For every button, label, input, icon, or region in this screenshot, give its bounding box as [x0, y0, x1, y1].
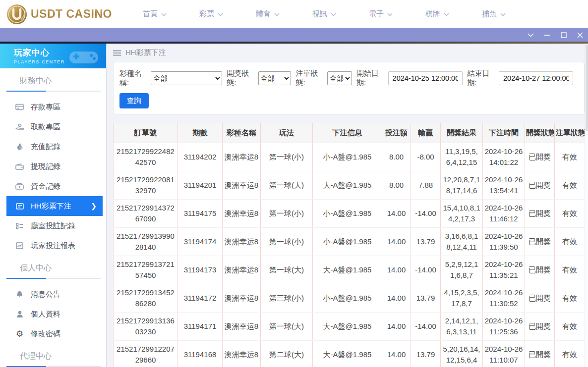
cell-lottery-name: 澳洲幸运8	[223, 228, 261, 256]
filter-panel: 彩種名稱: 全部 開獎狀態: 全部 注單狀態: 全部 開始日期: 結束日期:	[113, 62, 585, 114]
nav-item[interactable]: 彩票	[199, 9, 223, 19]
table-row[interactable]: 2152172991313603230 31194171 澳洲幸运8 第一球(大…	[114, 313, 585, 341]
logo[interactable]: USDT CASINO	[6, 3, 112, 25]
nav-item[interactable]: 體育	[256, 9, 280, 19]
sidebar-item-hh-lottery-bets[interactable]: HH彩票下注 ❯	[6, 196, 103, 216]
vertical-scrollbar[interactable]	[585, 44, 588, 367]
nav-item[interactable]: 棋牌	[425, 9, 449, 19]
cell-lottery-name: 澳洲幸运8	[223, 171, 261, 200]
sidebar-item-profile[interactable]: 個人資料	[6, 304, 103, 324]
purse-icon	[15, 183, 24, 190]
cell-order-id: 2152172991345286280	[114, 284, 178, 313]
draw-status-select[interactable]: 全部	[258, 71, 292, 85]
close-button[interactable]	[572, 28, 588, 42]
bet-status-label: 注單狀態:	[295, 69, 325, 88]
cell-bet-time: 2024-10-26 13:54:41	[483, 171, 525, 200]
cell-bet-amount: 14.00	[382, 256, 411, 284]
cell-period: 31194171	[178, 313, 223, 341]
hamburger-icon[interactable]	[113, 50, 121, 56]
sidebar-item-label: 提現記錄	[31, 162, 60, 171]
collapse-button[interactable]	[523, 28, 539, 42]
cell-draw-status: 已開獎	[525, 341, 555, 367]
start-date-input[interactable]	[388, 71, 463, 85]
sidebar-item-deposit[interactable]: 存款專區	[6, 97, 103, 117]
table-row[interactable]: 2152172991437267090 31194175 澳洲幸运8 第一球(小…	[114, 200, 585, 228]
table-header-cell: 注單狀態	[555, 123, 585, 143]
cell-draw-result: 15,4,10,8,14,2,17,3	[441, 200, 483, 228]
table-row[interactable]: 2152172991372157450 31194173 澳洲幸运8 第一球(大…	[114, 256, 585, 284]
chevron-down-icon	[444, 13, 449, 16]
sidebar-item-room-bet-records[interactable]: 廳室投註記錄	[6, 216, 103, 236]
sidebar-item-change-password[interactable]: ⚙ 修改密碼	[6, 324, 103, 344]
page-title: HH彩票下注	[125, 48, 166, 57]
sidebar-item-withdraw-records[interactable]: 提現記錄	[6, 157, 103, 176]
nav-item[interactable]: 捕魚	[482, 9, 506, 19]
sidebar-item-recharge-records[interactable]: 充值記錄	[6, 137, 103, 157]
cell-order-id: 2152172992248242570	[114, 143, 178, 171]
chevron-down-icon	[528, 33, 534, 37]
cell-bet-time: 2024-10-26 11:39:50	[483, 228, 525, 256]
sidebar-item-withdraw[interactable]: 取款專區	[6, 117, 103, 137]
minimize-button[interactable]	[539, 28, 555, 42]
cell-draw-result: 5,2,9,12,11,6,8,7	[441, 256, 483, 284]
chevron-right-icon: ❯	[91, 202, 97, 210]
cell-win-loss: -14.00	[411, 256, 441, 284]
draw-status-label: 開獎狀態:	[227, 69, 256, 88]
gear-icon: ⚙	[15, 330, 24, 338]
table-header-cell: 下注信息	[313, 123, 382, 143]
cell-play-type: 第一球(小)	[261, 143, 313, 171]
maximize-button[interactable]	[555, 28, 572, 42]
nav-item[interactable]: 首頁	[143, 9, 167, 19]
nav-item[interactable]: 電子	[369, 9, 393, 19]
table-row[interactable]: 2152172992248242570 31194202 澳洲幸运8 第一球(小…	[114, 143, 585, 171]
lottery-name-label: 彩種名稱:	[119, 69, 149, 88]
sidebar-item-player-bet-report[interactable]: 玩家投注報表	[6, 236, 103, 256]
table-header-cell: 玩法	[261, 123, 313, 143]
table-header-cell: 期數	[178, 123, 223, 143]
table-row[interactable]: 2152172991220729660 31194168 澳洲幸运8 第二球(大…	[114, 341, 585, 367]
chevron-down-icon	[331, 13, 336, 16]
sidebar-item-label: 個人資料	[31, 310, 60, 319]
cell-bet-amount: 8.00	[382, 143, 411, 171]
sidebar-item-fund-records[interactable]: 資金記錄	[6, 176, 103, 196]
nav-item-label: 彩票	[199, 9, 214, 19]
table-row[interactable]: 2152172992208132970 31194201 澳洲幸运8 第一球(大…	[114, 171, 585, 200]
section-personal-header: 個人中心	[20, 263, 101, 273]
sidebar-item-label: 廳室投註記錄	[31, 221, 75, 231]
table-header-cell: 輸贏	[411, 123, 441, 143]
cell-bet-time: 2024-10-26 11:30:52	[483, 284, 525, 313]
cell-play-type: 第一球(大)	[261, 256, 313, 284]
table-header-cell: 開獎結果	[441, 123, 483, 143]
table-row[interactable]: 2152172991399028140 31194174 澳洲幸运8 第一球(小…	[114, 228, 585, 256]
close-icon	[577, 32, 583, 38]
chevron-down-icon	[500, 13, 506, 16]
nav-item[interactable]: 視訊	[312, 9, 336, 19]
cell-draw-status: 已開獎	[525, 171, 555, 200]
scrollbar-thumb[interactable]	[586, 45, 588, 131]
cell-bet-amount: 14.00	[382, 313, 411, 341]
cell-win-loss: -14.00	[411, 313, 441, 341]
table-header-cell: 彩種名稱	[223, 123, 261, 143]
section-underline	[6, 91, 101, 92]
cell-play-type: 第一球(小)	[261, 228, 313, 256]
table-body: 2152172992248242570 31194202 澳洲幸运8 第一球(小…	[114, 143, 585, 367]
cell-period: 31194174	[178, 228, 223, 256]
end-date-input[interactable]	[499, 71, 573, 85]
list-icon	[15, 223, 24, 229]
sidebar-item-label: 取款專區	[31, 122, 60, 132]
cell-bet-info: 大-A盤@1.985	[313, 313, 382, 341]
cell-order-id: 2152172991313603230	[114, 313, 178, 341]
table-row[interactable]: 2152172991345286280 31194172 澳洲幸运8 第三球(小…	[114, 284, 585, 313]
section-agent-header: 代理中心	[20, 351, 101, 362]
cell-order-id: 2152172991399028140	[114, 228, 178, 256]
logo-text: USDT CASINO	[31, 7, 112, 21]
chevron-down-icon	[218, 13, 223, 16]
sidebar-item-announcements[interactable]: 消息公告	[6, 284, 103, 304]
chevron-down-icon	[387, 13, 393, 16]
cell-bet-time: 2024-10-26 11:10:07	[483, 341, 525, 367]
wallet-icon	[15, 163, 24, 170]
lottery-name-select[interactable]: 全部	[151, 71, 222, 85]
bet-status-select[interactable]: 全部	[327, 71, 352, 85]
cell-period: 31194202	[178, 143, 223, 171]
query-button[interactable]: 查詢	[119, 93, 149, 108]
